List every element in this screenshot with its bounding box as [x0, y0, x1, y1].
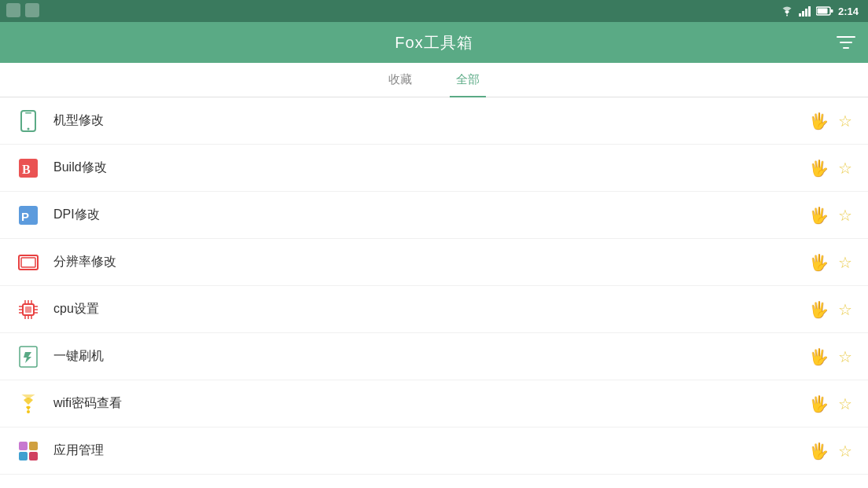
- hand-btn-resolution[interactable]: 🖐: [809, 255, 829, 270]
- svg-point-12: [28, 127, 30, 130]
- battery-icon: [816, 6, 833, 16]
- svg-rect-8: [840, 42, 852, 43]
- star-btn-dpi[interactable]: ☆: [838, 207, 852, 223]
- svg-rect-36: [29, 442, 38, 450]
- app-title: Fox工具箱: [395, 32, 473, 53]
- icon-wifi: [16, 391, 41, 416]
- icon-resolution: [16, 250, 41, 275]
- list-item-flash[interactable]: 一键刷机 🖐 ☆: [0, 333, 868, 380]
- hand-btn-build[interactable]: 🖐: [809, 160, 829, 176]
- wifi-status-icon: [780, 6, 794, 17]
- svg-rect-2: [805, 9, 807, 17]
- icon-build: B: [16, 156, 41, 181]
- list-item-wifi[interactable]: wifi密码查看 🖐 ☆: [0, 380, 868, 427]
- hand-btn-cpu[interactable]: 🖐: [809, 302, 829, 317]
- star-btn-cpu[interactable]: ☆: [838, 302, 852, 317]
- svg-rect-18: [21, 258, 35, 267]
- svg-rect-37: [19, 452, 28, 460]
- svg-rect-1: [802, 11, 804, 17]
- icon-phone: [16, 108, 41, 134]
- label-wifi: wifi密码查看: [53, 395, 809, 412]
- svg-rect-11: [25, 112, 31, 114]
- list-item-appmanage[interactable]: 应用管理 🖐 ☆: [0, 427, 868, 475]
- svg-rect-6: [830, 9, 833, 13]
- svg-rect-0: [799, 13, 801, 17]
- label-cpu: cpu设置: [53, 301, 809, 317]
- hand-btn-wifi[interactable]: 🖐: [809, 396, 829, 412]
- label-dpi: DPI修改: [53, 207, 809, 223]
- tab-all[interactable]: 全部: [450, 63, 486, 97]
- actions-wifi: 🖐 ☆: [809, 396, 852, 412]
- icon-appmanage: [16, 438, 41, 464]
- actions-dpi: 🖐 ☆: [809, 207, 852, 223]
- actions-flash: 🖐 ☆: [809, 349, 852, 365]
- status-bar: 2:14: [0, 0, 868, 22]
- star-btn-model[interactable]: ☆: [838, 113, 852, 129]
- window-btn-2[interactable]: [25, 3, 39, 17]
- star-btn-build[interactable]: ☆: [838, 160, 852, 176]
- hand-btn-model[interactable]: 🖐: [809, 113, 829, 129]
- hand-btn-appmanage[interactable]: 🖐: [809, 443, 829, 459]
- list-item-dpi[interactable]: P DPI修改 🖐 ☆: [0, 192, 868, 239]
- svg-rect-20: [25, 306, 31, 313]
- label-resolution: 分辨率修改: [53, 254, 809, 270]
- tab-collect[interactable]: 收藏: [382, 63, 418, 97]
- star-btn-resolution[interactable]: ☆: [838, 255, 852, 270]
- label-appmanage: 应用管理: [53, 442, 809, 459]
- item-list: 机型修改 🖐 ☆ B Build修改 🖐 ☆ P DPI修改 🖐: [0, 97, 868, 488]
- icon-power: [16, 486, 41, 489]
- svg-rect-38: [29, 452, 38, 460]
- list-item-build[interactable]: B Build修改 🖐 ☆: [0, 145, 868, 192]
- tabs: 收藏 全部: [0, 63, 868, 97]
- actions-appmanage: 🖐 ☆: [809, 443, 852, 459]
- svg-point-34: [27, 410, 30, 413]
- svg-rect-3: [808, 6, 811, 17]
- svg-rect-7: [837, 36, 855, 38]
- star-btn-wifi[interactable]: ☆: [838, 396, 852, 412]
- hand-btn-dpi[interactable]: 🖐: [809, 207, 829, 223]
- list-item-resolution[interactable]: 分辨率修改 🖐 ☆: [0, 239, 868, 286]
- star-btn-appmanage[interactable]: ☆: [838, 443, 852, 459]
- filter-icon[interactable]: [837, 35, 855, 50]
- star-btn-flash[interactable]: ☆: [838, 349, 852, 365]
- actions-build: 🖐 ☆: [809, 160, 852, 176]
- signal-icon: [799, 6, 811, 17]
- window-btn-1[interactable]: [6, 3, 20, 17]
- actions-cpu: 🖐 ☆: [809, 302, 852, 317]
- app-bar: Fox工具箱: [0, 22, 868, 63]
- icon-dpi: P: [16, 203, 41, 228]
- status-time: 2:14: [838, 6, 859, 17]
- icon-flash: [16, 344, 41, 369]
- svg-rect-9: [843, 47, 849, 49]
- label-model: 机型修改: [53, 112, 809, 129]
- label-build: Build修改: [53, 160, 809, 176]
- svg-rect-35: [19, 442, 28, 450]
- svg-text:P: P: [21, 210, 29, 223]
- label-flash: 一键刷机: [53, 348, 809, 365]
- list-item-power[interactable]: 高级电源 🖐 ☆: [0, 475, 868, 488]
- actions-model: 🖐 ☆: [809, 113, 852, 129]
- svg-text:B: B: [22, 163, 31, 176]
- actions-resolution: 🖐 ☆: [809, 255, 852, 270]
- list-item-model[interactable]: 机型修改 🖐 ☆: [0, 97, 868, 145]
- list-item-cpu[interactable]: cpu设置 🖐 ☆: [0, 286, 868, 333]
- hand-btn-flash[interactable]: 🖐: [809, 349, 829, 365]
- icon-cpu: [16, 297, 41, 322]
- svg-rect-5: [817, 9, 827, 14]
